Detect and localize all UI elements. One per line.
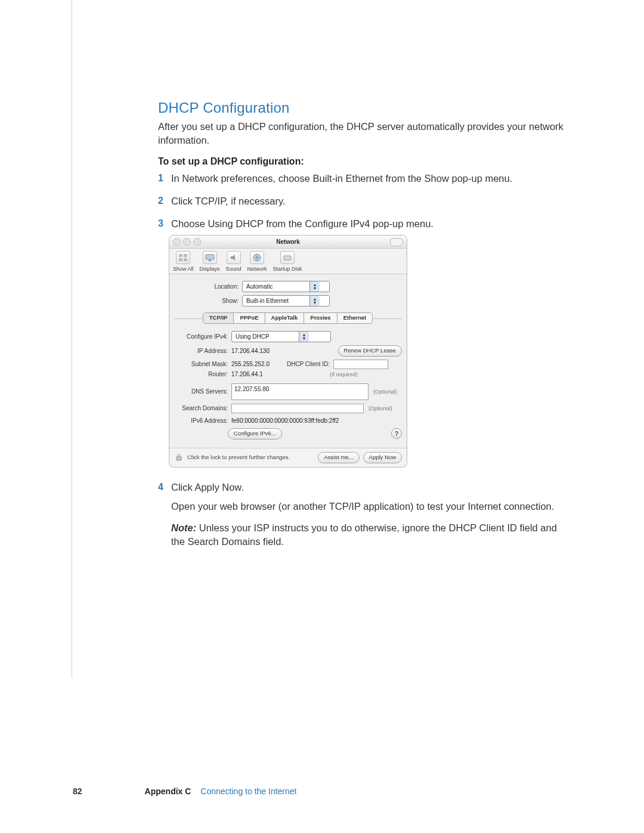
assist-me-button[interactable]: Assist me... [318, 452, 359, 463]
search-domains-input[interactable] [231, 404, 364, 413]
section-heading: DHCP Configuration [158, 98, 569, 117]
lock-text: Click the lock to prevent further change… [187, 454, 290, 462]
ipv6-address-label: IPv6 Address: [174, 417, 231, 425]
network-icon [250, 251, 264, 264]
tcpip-tabs: TCP/IP PPPoE AppleTalk Proxies Ethernet [174, 312, 402, 324]
svg-rect-3 [184, 258, 187, 261]
page-footer: 82 Appendix C Connecting to the Internet [73, 786, 296, 797]
tab-ethernet[interactable]: Ethernet [337, 312, 373, 324]
step-4-post-a: Open your web browser (or another TCP/IP… [171, 500, 569, 513]
network-prefs-window: Network Show All [169, 235, 407, 467]
dhcp-client-id-label: DHCP Client ID: [285, 360, 333, 368]
window-title: Network [276, 239, 299, 245]
tab-proxies[interactable]: Proxies [304, 312, 337, 324]
step-4-text: Click Apply Now. [171, 482, 244, 493]
prefs-toolbar: Show All Displays [169, 249, 407, 274]
location-select[interactable]: Automatic ▲▼ [242, 281, 330, 292]
toolbar-displays[interactable]: Displays [200, 251, 220, 272]
display-icon [203, 251, 217, 264]
traffic-lights[interactable] [173, 238, 201, 246]
ip-address-value: 17.206.44.130 [231, 347, 303, 355]
window-titlebar: Network [169, 236, 407, 249]
help-icon[interactable]: ? [391, 428, 402, 439]
svg-rect-8 [177, 457, 181, 460]
toolbar-network[interactable]: Network [247, 251, 267, 272]
appendix-label: Appendix C [145, 786, 191, 797]
procedure-title: To set up a DHCP configuration: [158, 155, 569, 168]
search-domains-label: Search Domains: [174, 404, 231, 413]
toolbar-show-all[interactable]: Show All [173, 251, 194, 272]
page-number: 82 [73, 786, 82, 797]
chevron-updown-icon: ▲▼ [309, 281, 320, 292]
dns-label: DNS Servers: [174, 388, 231, 396]
router-value: 17.206.44.1 [231, 370, 285, 379]
dns-servers-input[interactable]: 12.207.55.80 [231, 383, 369, 400]
tab-appletalk[interactable]: AppleTalk [265, 312, 305, 324]
show-label: Show: [174, 297, 242, 305]
show-select[interactable]: Built-in Ethernet ▲▼ [242, 295, 330, 306]
ip-address-label: IP Address: [174, 347, 231, 355]
tab-pppoe[interactable]: PPPoE [233, 312, 265, 324]
apply-now-button[interactable]: Apply Now [363, 452, 402, 463]
step-3: Choose Using DHCP from the Configure IPv… [158, 217, 569, 467]
svg-rect-1 [184, 254, 187, 257]
toolbar-startup-disk[interactable]: Startup Disk [273, 251, 302, 272]
router-label: Router: [174, 370, 231, 379]
step-2: Click TCP/IP, if necessary. [158, 194, 569, 208]
ipv6-address-value: fe80:0000:0000:0000:0000:93ff:fedb:2ff2 [231, 417, 339, 425]
location-label: Location: [174, 283, 242, 291]
note-body: Unless your ISP instructs you to do othe… [171, 522, 557, 546]
svg-rect-7 [284, 256, 291, 260]
intro-paragraph: After you set up a DHCP configuration, t… [158, 120, 569, 147]
grid-icon [176, 251, 190, 264]
svg-rect-2 [179, 258, 182, 261]
search-optional: (Optional) [369, 405, 392, 412]
configure-ipv4-select[interactable]: Using DHCP ▲▼ [231, 331, 331, 342]
margin-rule [72, 0, 72, 678]
step-1: In Network preferences, choose Built-in … [158, 172, 569, 185]
toolbar-toggle-icon[interactable] [390, 238, 403, 246]
svg-rect-5 [209, 260, 211, 261]
chevron-updown-icon: ▲▼ [309, 296, 320, 306]
sound-icon [227, 251, 241, 264]
subnet-label: Subnet Mask: [174, 360, 231, 368]
client-id-hint: (If required) [330, 371, 358, 378]
step-4: Click Apply Now. Open your web browser (… [158, 481, 569, 548]
subnet-value: 255.255.252.0 [231, 360, 285, 368]
note-lead: Note: [171, 522, 196, 533]
dns-optional: (Optional) [373, 388, 397, 395]
dhcp-client-id-input[interactable] [333, 360, 388, 369]
svg-rect-0 [179, 254, 182, 257]
configure-ipv4-label: Configure IPv4: [174, 333, 231, 341]
lock-icon[interactable] [174, 453, 184, 462]
toolbar-sound[interactable]: Sound [226, 251, 242, 272]
note-paragraph: Note: Unless your ISP instructs you to d… [171, 521, 569, 548]
chapter-title: Connecting to the Internet [200, 786, 296, 797]
chevron-updown-icon: ▲▼ [299, 332, 309, 342]
svg-rect-4 [206, 255, 214, 259]
tab-tcpip[interactable]: TCP/IP [203, 312, 234, 324]
configure-ipv6-button[interactable]: Configure IPv6... [228, 428, 282, 439]
startup-disk-icon [280, 251, 295, 264]
step-3-text: Choose Using DHCP from the Configure IPv… [171, 218, 434, 229]
renew-dhcp-button[interactable]: Renew DHCP Lease [338, 345, 402, 357]
